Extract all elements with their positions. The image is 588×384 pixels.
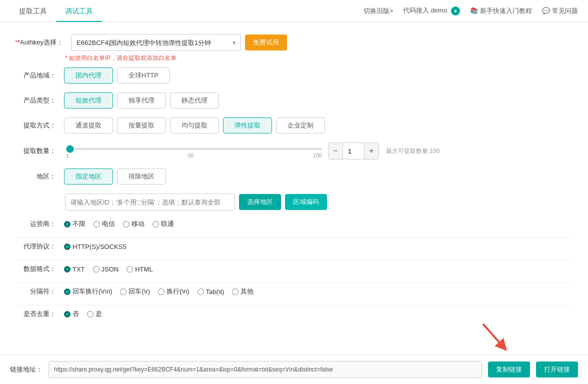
faq-icon: 💬: [542, 7, 550, 14]
sep-r[interactable]: 回车(\r): [120, 287, 150, 296]
data-format-row: 数据格式： TXT JSON HTML: [15, 264, 573, 274]
demo-icon: ●: [451, 6, 460, 16]
deduplicate-label: 是否去重：: [15, 310, 60, 318]
top-nav-right: 切换旧版> 代码接入.demo ● 📚 新手快速入门教程 💬 常见问题: [364, 6, 578, 16]
type-static[interactable]: 静态代理: [170, 92, 219, 108]
separator-label: 分隔符：: [15, 287, 60, 296]
region-domestic[interactable]: 国内代理: [64, 68, 113, 84]
tutorial-link[interactable]: 📚 新手快速入门教程: [470, 6, 532, 16]
operator-row: 运营商： 不限 电信 移动 联通: [15, 220, 573, 228]
operator-unlimited[interactable]: 不限: [64, 220, 86, 228]
protocol-https-socks5[interactable]: HTTP(S)/SOCKS5: [64, 243, 126, 250]
extract-method-label: 提取方式：: [15, 121, 60, 130]
sep-n[interactable]: 换行(\n): [158, 287, 190, 296]
product-region-row: 产品地域： 国内代理 全球HTTP: [15, 68, 573, 84]
book-icon: 📚: [470, 7, 478, 14]
select-region-btn[interactable]: 选择地区: [239, 194, 281, 210]
region-input-row: 选择地区 区域编码: [65, 194, 573, 210]
authkey-select-wrapper: E662BCF4|国内短效代理中转池弹性提取1分钟: [71, 34, 241, 51]
extract-method-options: 通道提取 按量提取 均匀提取 弹性提取 企业定制: [64, 118, 325, 134]
operator-options: 不限 电信 移动 联通: [64, 220, 174, 228]
switch-version-btn[interactable]: 切换旧版>: [364, 6, 394, 16]
num-minus-btn[interactable]: −: [328, 143, 342, 159]
free-trial-button[interactable]: 免费试用: [245, 34, 287, 50]
data-format-label: 数据格式：: [15, 264, 60, 274]
sep-tab[interactable]: Tab(\t): [198, 288, 224, 296]
method-quantity[interactable]: 按量提取: [117, 118, 166, 134]
operator-label: 运营商：: [15, 220, 60, 228]
protocol-row: 代理协议： HTTP(S)/SOCKS5: [15, 242, 573, 251]
tab-debug[interactable]: 调试工具: [56, 0, 102, 22]
sep-other[interactable]: 其他: [232, 287, 254, 296]
extract-count-label: 提取数量：: [15, 146, 60, 156]
product-region-label: 产品地域：: [15, 71, 60, 80]
max-hint: 最大可提取数量:100: [386, 147, 440, 156]
region-exclude[interactable]: 排除地区: [117, 168, 166, 184]
bottom-bar: 链接地址： 复制链接 打开链接: [0, 354, 588, 384]
demo-link[interactable]: 代码接入.demo ●: [403, 6, 460, 16]
region-input[interactable]: [65, 194, 235, 210]
operator-telecom[interactable]: 电信: [94, 220, 115, 228]
slider-wrapper: 1 50 100: [64, 144, 324, 158]
method-elastic[interactable]: 弹性提取: [223, 118, 272, 134]
method-enterprise[interactable]: 企业定制: [276, 118, 325, 134]
operator-mobile[interactable]: 移动: [123, 220, 144, 228]
copy-link-button[interactable]: 复制链接: [488, 362, 530, 378]
region-label: 地区：: [15, 172, 60, 181]
main-content: **Authkey选择： E662BCF4|国内短效代理中转池弹性提取1分钟 免…: [0, 22, 588, 384]
authkey-row: **Authkey选择： E662BCF4|国内短效代理中转池弹性提取1分钟 免…: [15, 34, 573, 51]
authkey-select[interactable]: E662BCF4|国内短效代理中转池弹性提取1分钟: [71, 34, 241, 51]
tab-extract[interactable]: 提取工具: [10, 0, 56, 22]
product-region-options: 国内代理 全球HTTP: [64, 68, 170, 84]
product-type-row: 产品类型： 短效代理 独享代理 静态代理: [15, 92, 573, 108]
separator-row: 分隔符： 回车换行(\r\n) 回车(\r) 换行(\n) Tab(\t) 其他: [15, 287, 573, 296]
data-format-options: TXT JSON HTML: [64, 266, 153, 273]
faq-link[interactable]: 💬 常见问题: [542, 6, 578, 16]
operator-unicom[interactable]: 联通: [152, 220, 174, 228]
sep-rn[interactable]: 回车换行(\r\n): [64, 287, 112, 296]
format-html[interactable]: HTML: [126, 266, 152, 273]
method-even[interactable]: 均匀提取: [170, 118, 219, 134]
dedup-no[interactable]: 否: [64, 310, 79, 318]
region-row: 地区： 指定地区 排除地区: [15, 168, 573, 184]
region-type-options: 指定地区 排除地区: [64, 168, 166, 184]
format-txt[interactable]: TXT: [64, 266, 85, 273]
num-control: − +: [328, 142, 379, 160]
extract-count-row: 提取数量： 1 50 100 − + 最大可提取数量:100: [15, 142, 573, 160]
deduplicate-row: 是否去重： 否 是: [15, 310, 573, 318]
type-short[interactable]: 短效代理: [64, 92, 113, 108]
open-link-button[interactable]: 打开链接: [536, 362, 578, 378]
protocol-options: HTTP(S)/SOCKS5: [64, 243, 126, 250]
format-json[interactable]: JSON: [93, 266, 119, 273]
num-input[interactable]: [342, 143, 364, 159]
deduplicate-options: 否 是: [64, 310, 102, 318]
authkey-hint: * 如使用白名单IP，请在提取前添加白名单: [65, 54, 573, 62]
slider-container: 1 50 100: [64, 144, 324, 158]
dedup-yes[interactable]: 是: [87, 310, 102, 318]
region-code-btn[interactable]: 区域编码: [285, 194, 327, 210]
separator-options: 回车换行(\r\n) 回车(\r) 换行(\n) Tab(\t) 其他: [64, 287, 254, 296]
type-dedicated[interactable]: 独享代理: [117, 92, 166, 108]
link-label: 链接地址：: [10, 365, 42, 374]
slider-labels: 1 50 100: [66, 152, 322, 158]
top-nav: 提取工具 调试工具 切换旧版> 代码接入.demo ● 📚 新手快速入门教程 💬…: [0, 0, 588, 22]
product-type-label: 产品类型：: [15, 96, 60, 105]
link-url-input[interactable]: [48, 361, 482, 378]
method-tunnel[interactable]: 通道提取: [64, 118, 113, 134]
product-type-options: 短效代理 独享代理 静态代理: [64, 92, 219, 108]
authkey-label: **Authkey选择：: [15, 38, 67, 47]
extract-method-row: 提取方式： 通道提取 按量提取 均匀提取 弹性提取 企业定制: [15, 118, 573, 134]
count-slider[interactable]: [66, 148, 322, 150]
region-specify[interactable]: 指定地区: [64, 168, 113, 184]
protocol-label: 代理协议：: [15, 242, 60, 251]
num-plus-btn[interactable]: +: [364, 143, 378, 159]
region-global[interactable]: 全球HTTP: [117, 68, 170, 84]
